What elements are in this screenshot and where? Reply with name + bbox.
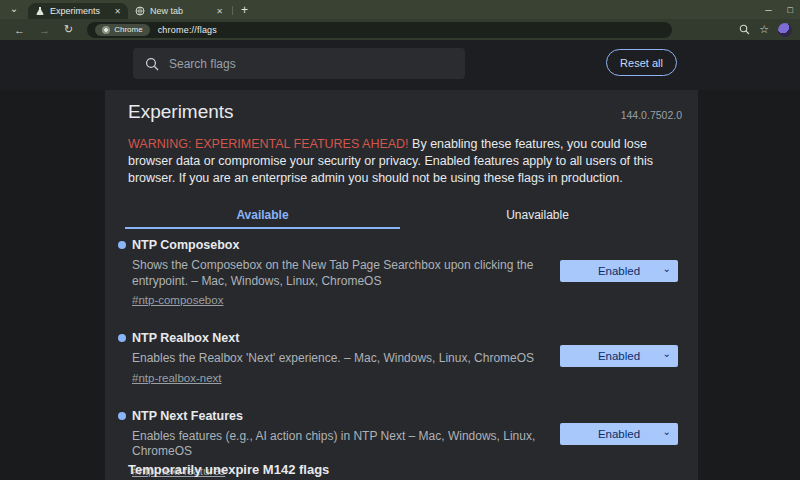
flag-dropdown-value: Enabled — [598, 265, 640, 277]
site-chip-label: Chrome — [114, 25, 142, 34]
reset-all-button[interactable]: Reset all — [606, 49, 677, 76]
search-icon — [145, 57, 159, 71]
flag-description: Shows the Composebox on the New Tab Page… — [132, 258, 537, 289]
experiment-dot-icon — [118, 241, 126, 249]
back-button[interactable]: ← — [14, 24, 25, 36]
browser-toolbar: ← → ↻ Chrome chrome://flags ☆ — [0, 19, 800, 40]
reload-button[interactable]: ↻ — [64, 23, 73, 36]
maximize-button[interactable]: □ — [785, 5, 796, 15]
flag-dropdown[interactable]: Enabled ⌄ — [560, 260, 678, 282]
toolbar-actions: ☆ — [739, 23, 792, 37]
flask-icon — [35, 6, 45, 16]
chevron-down-icon: ⌄ — [663, 426, 671, 437]
page-title: Experiments — [128, 101, 234, 123]
browser-window: ⌄ Experiments ✕ New tab ✕ + ─ □ ← → ↻ — [0, 0, 800, 480]
minimize-button[interactable]: ─ — [762, 5, 774, 15]
bookmark-star-icon[interactable]: ☆ — [759, 23, 769, 36]
tab-divider — [232, 6, 233, 15]
page-background: Experiments 144.0.7502.0 WARNING: EXPERI… — [0, 90, 800, 480]
flag-name: NTP Next Features — [132, 409, 698, 423]
version-label: 144.0.7502.0 — [621, 109, 682, 121]
close-icon[interactable]: ✕ — [114, 7, 121, 16]
availability-tabs: Available Unavailable — [125, 200, 675, 229]
url-text: chrome://flags — [158, 25, 217, 35]
zoom-search-icon[interactable] — [739, 24, 750, 35]
flag-dropdown-value: Enabled — [598, 428, 640, 440]
search-flags-input[interactable]: Search flags — [133, 48, 465, 79]
flag-dropdown-value: Enabled — [598, 350, 640, 362]
flag-row-ntp-composebox: NTP Composebox Shows the Composebox on t… — [105, 238, 698, 308]
chevron-down-icon: ⌄ — [10, 3, 18, 14]
warning-lead: WARNING: EXPERIMENTAL FEATURES AHEAD! — [128, 137, 409, 151]
section-heading: Temporarily unexpire M142 flags — [128, 462, 329, 477]
tab-strip: ⌄ Experiments ✕ New tab ✕ + ─ □ — [0, 0, 800, 19]
experiment-dot-icon — [118, 412, 126, 420]
close-icon[interactable]: ✕ — [216, 7, 223, 16]
tab-title: New tab — [150, 6, 210, 16]
tab-unavailable[interactable]: Unavailable — [400, 200, 675, 229]
new-tab-button[interactable]: + — [241, 3, 248, 17]
flag-row-ntp-realbox-next: NTP Realbox Next Enables the Realbox 'Ne… — [105, 331, 698, 386]
chevron-down-icon: ⌄ — [663, 263, 671, 274]
site-chip[interactable]: Chrome — [95, 24, 149, 36]
tab-available[interactable]: Available — [125, 200, 400, 229]
flag-description: Enables features (e.g., AI action chips)… — [132, 429, 537, 460]
profile-avatar[interactable] — [778, 23, 792, 37]
flag-permalink[interactable]: #ntp-realbox-next — [132, 372, 222, 384]
forward-button[interactable]: → — [39, 24, 50, 36]
flag-description: Enables the Realbox 'Next' experience. –… — [132, 351, 537, 367]
tab-experiments[interactable]: Experiments ✕ — [28, 3, 128, 19]
flag-permalink[interactable]: #ntp-composebox — [132, 294, 223, 306]
tab-title: Experiments — [50, 6, 108, 16]
experiment-dot-icon — [118, 334, 126, 342]
search-placeholder: Search flags — [169, 57, 236, 71]
window-controls: ─ □ — [762, 0, 796, 19]
globe-icon — [135, 6, 145, 16]
chrome-logo-icon — [102, 26, 110, 34]
flag-name: NTP Composebox — [132, 238, 698, 252]
flag-dropdown[interactable]: Enabled ⌄ — [560, 423, 678, 445]
address-bar[interactable]: Chrome chrome://flags — [87, 22, 672, 38]
chevron-down-icon: ⌄ — [663, 348, 671, 359]
tab-new-tab[interactable]: New tab ✕ — [128, 3, 230, 19]
experiments-content: Experiments 144.0.7502.0 WARNING: EXPERI… — [105, 90, 698, 480]
flag-list: NTP Composebox Shows the Composebox on t… — [105, 238, 698, 480]
flags-page-header: Search flags Reset all — [0, 40, 800, 90]
flag-dropdown[interactable]: Enabled ⌄ — [560, 345, 678, 367]
warning-text: WARNING: EXPERIMENTAL FEATURES AHEAD! By… — [128, 136, 678, 187]
tab-search-button[interactable]: ⌄ — [6, 2, 22, 18]
flag-name: NTP Realbox Next — [132, 331, 698, 345]
